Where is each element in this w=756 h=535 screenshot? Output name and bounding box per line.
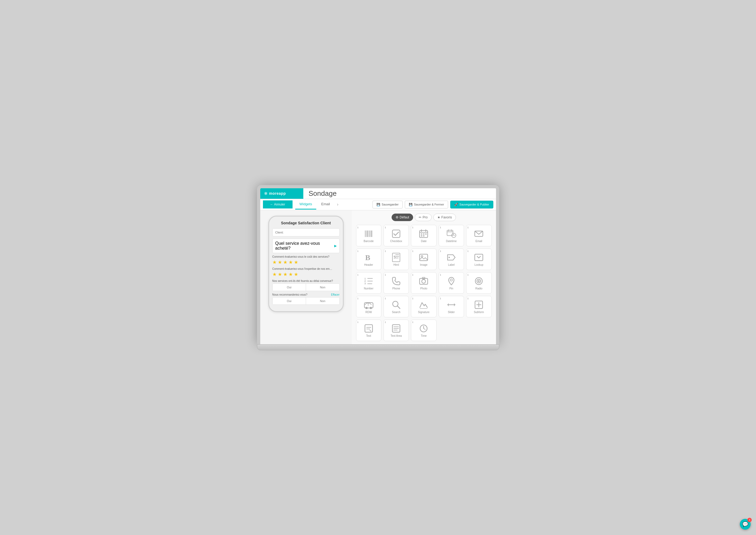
widget-textarea[interactable]: ℹ Text Area [384, 320, 409, 341]
textarea-label: Text Area [391, 334, 402, 337]
widget-header[interactable]: ℹ B Header [356, 248, 381, 270]
non-button-1[interactable]: Non [306, 284, 339, 291]
phone-label: Phone [393, 287, 400, 290]
textarea-icon [391, 324, 401, 333]
widget-panel: ⚙ Défaut ✏ Pro ★ Favoris [352, 210, 496, 344]
stars-rating-1[interactable]: ★ ★ ★ ★ ★ [272, 259, 340, 265]
widget-tab-favorites[interactable]: ★ Favoris [433, 213, 456, 221]
logo-icon: ❄ [264, 191, 268, 196]
svg-text:3: 3 [364, 282, 366, 285]
widget-subform[interactable]: ℹ Subform [466, 296, 491, 317]
widget-radio[interactable]: ℹ Radio [466, 272, 491, 294]
star-2-4[interactable]: ★ [288, 271, 293, 277]
phone-icon [391, 276, 401, 286]
save-icon: 💾 [377, 203, 380, 206]
widget-text[interactable]: ℹ Text [356, 320, 381, 341]
app-container: ❄ moreapp Sondage ← Annuler Widgets Emai… [260, 188, 496, 344]
star-1-1[interactable]: ★ [272, 259, 277, 265]
svg-rect-14 [423, 234, 424, 235]
text-label: Text [366, 334, 371, 337]
rdw-label: RDW [365, 311, 372, 314]
effacer-link[interactable]: Effacer [331, 293, 340, 296]
svg-point-33 [421, 256, 423, 257]
email-icon [474, 229, 484, 239]
save-close-button[interactable]: 💾 Sauvegarder & Fermer [405, 201, 448, 209]
checkbox-icon [391, 229, 401, 239]
star-1-5[interactable]: ★ [294, 259, 298, 265]
star-2-3[interactable]: ★ [283, 271, 287, 277]
date-label: Date [421, 239, 426, 242]
widget-lookup[interactable]: ℹ Lookup [466, 248, 491, 270]
svg-rect-6 [371, 231, 372, 237]
widget-image[interactable]: ℹ Image [411, 248, 436, 270]
time-icon [419, 324, 428, 333]
save-publish-button[interactable]: 🚀 Sauvegarder & Publier [450, 201, 493, 209]
widget-datetime[interactable]: ℹ Datetime [439, 225, 464, 246]
widget-checkbox[interactable]: ℹ Checkbox [384, 225, 409, 246]
yes-no-buttons-1: Oui Non [272, 284, 340, 291]
field-label-service: Quel service avez-vous acheté? [275, 241, 334, 251]
widget-search[interactable]: ℹ Search [384, 296, 409, 317]
widget-signature[interactable]: ℹ Signature [411, 296, 436, 317]
nav-tabs: Widgets Email › [293, 199, 372, 210]
widget-time[interactable]: ℹ Time [411, 320, 436, 341]
svg-point-43 [422, 279, 425, 283]
widget-email[interactable]: ℹ Email [466, 225, 491, 246]
number-label: Number [364, 287, 374, 290]
widget-rdw[interactable]: ℹ RDW [356, 296, 381, 317]
widget-html[interactable]: ℹ 5 Html [384, 248, 409, 270]
oui-button-2[interactable]: Oui [273, 297, 306, 304]
widget-slider[interactable]: ℹ Slider [439, 296, 464, 317]
subform-icon [474, 300, 484, 310]
laptop-screen: ❄ moreapp Sondage ← Annuler Widgets Emai… [257, 185, 499, 344]
stars-rating-2[interactable]: ★ ★ ★ ★ ★ [272, 271, 340, 277]
widget-tabs: ⚙ Défaut ✏ Pro ★ Favoris [356, 213, 492, 221]
svg-rect-35 [475, 254, 483, 261]
nav-more-icon[interactable]: › [335, 200, 340, 209]
widget-barcode[interactable]: ℹ Barcode [356, 225, 381, 246]
svg-rect-13 [421, 234, 422, 235]
top-bar: ❄ moreapp Sondage [260, 188, 496, 199]
svg-rect-16 [421, 235, 422, 237]
html-icon: 5 [391, 253, 401, 262]
star-1-4[interactable]: ★ [288, 259, 293, 265]
star-2-2[interactable]: ★ [278, 271, 282, 277]
photo-label: Photo [420, 287, 427, 290]
chat-button[interactable]: 💬 3 [740, 519, 751, 530]
text-icon [364, 324, 374, 333]
svg-line-54 [397, 306, 400, 309]
oui-button-1[interactable]: Oui [273, 284, 306, 291]
non-button-2[interactable]: Non [306, 297, 339, 304]
save-button[interactable]: 💾 Sauvegarder [372, 201, 403, 209]
stars-section-2: Comment évalueriez-vous l'expertise de n… [272, 268, 340, 277]
widget-phone[interactable]: ℹ Phone [384, 272, 409, 294]
preview-area: Sondage Satisfaction Client Client: Quel… [260, 210, 352, 344]
widget-pin[interactable]: ℹ Pin [439, 272, 464, 294]
publish-icon: 🚀 [454, 203, 458, 206]
svg-marker-57 [448, 303, 449, 306]
widget-number[interactable]: ℹ 1 2 3 Number [356, 272, 381, 294]
form-field-service[interactable]: Quel service avez-vous acheté? ▶ [272, 239, 340, 253]
widget-label[interactable]: ℹ Label [439, 248, 464, 270]
nav-bar: ← Annuler Widgets Email › 💾 Sauvegarder … [260, 199, 496, 210]
widget-tab-pro[interactable]: ✏ Pro [415, 213, 432, 221]
star-2-1[interactable]: ★ [272, 271, 277, 277]
star-1-2[interactable]: ★ [278, 259, 282, 265]
star-2-5[interactable]: ★ [294, 271, 298, 277]
yes-no-buttons-2: Oui Non [272, 297, 340, 305]
logo-text: moreapp [269, 191, 286, 196]
header-icon: B [364, 253, 374, 262]
pin-icon [447, 276, 456, 286]
widget-tab-default[interactable]: ⚙ Défaut [392, 213, 413, 221]
checkbox-label: Checkbox [390, 239, 402, 242]
star-1-3[interactable]: ★ [283, 259, 287, 265]
widget-photo[interactable]: ℹ Photo [411, 272, 436, 294]
tab-widgets[interactable]: Widgets [295, 199, 316, 210]
widget-date[interactable]: ℹ D [411, 225, 436, 246]
pro-icon: ✏ [419, 215, 422, 219]
photo-icon [419, 276, 428, 286]
nav-actions: 💾 Sauvegarder 💾 Sauvegarder & Fermer 🚀 S… [372, 199, 493, 210]
svg-point-34 [449, 257, 450, 258]
back-button[interactable]: ← Annuler [263, 200, 293, 209]
tab-email[interactable]: Email [317, 199, 334, 210]
